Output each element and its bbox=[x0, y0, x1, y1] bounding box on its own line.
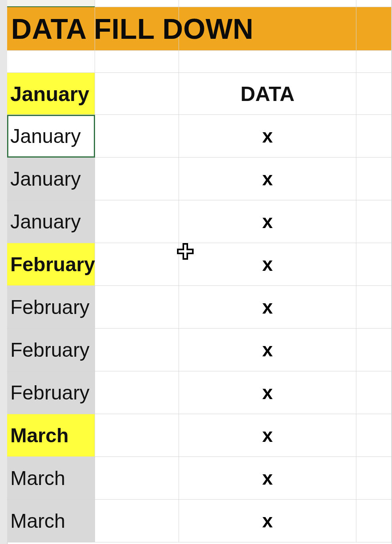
cell[interactable] bbox=[356, 371, 392, 414]
page-title[interactable]: DATA FILL DOWN bbox=[7, 7, 95, 51]
data-cell[interactable]: x bbox=[179, 457, 356, 500]
column-header-row: January DATA bbox=[7, 73, 392, 115]
table-row: Januaryx bbox=[7, 158, 392, 200]
month-cell-text: February bbox=[10, 381, 89, 404]
month-cell[interactable]: March bbox=[7, 457, 95, 500]
data-cell[interactable]: x bbox=[179, 329, 356, 371]
partial-row-top bbox=[7, 0, 392, 7]
cell[interactable] bbox=[95, 414, 179, 457]
table-row: Januaryx bbox=[7, 115, 392, 158]
month-cell[interactable]: January bbox=[7, 158, 95, 200]
row-header-gutter bbox=[0, 0, 8, 544]
data-cell[interactable]: x bbox=[179, 414, 356, 457]
data-cell-text: x bbox=[262, 125, 273, 147]
data-cell-text: x bbox=[262, 467, 273, 489]
table-row: Februaryx bbox=[7, 243, 392, 286]
column-header-data-text: DATA bbox=[240, 82, 295, 106]
cell[interactable] bbox=[95, 243, 179, 286]
table-row: Februaryx bbox=[7, 329, 392, 371]
data-cell-text: x bbox=[262, 253, 273, 275]
data-cell-text: x bbox=[262, 339, 273, 361]
month-cell[interactable]: February bbox=[7, 329, 95, 371]
table-row: Januaryx bbox=[7, 200, 392, 243]
month-cell[interactable]: January bbox=[7, 200, 95, 243]
spreadsheet-viewport: DATA FILL DOWN January DATA JanuaryxJanu… bbox=[0, 0, 392, 544]
cell[interactable] bbox=[356, 51, 392, 73]
data-cell[interactable]: x bbox=[179, 200, 356, 243]
cell[interactable] bbox=[356, 73, 392, 115]
table-row: Marchx bbox=[7, 457, 392, 500]
cell[interactable] bbox=[356, 286, 392, 329]
data-cell[interactable]: x bbox=[179, 158, 356, 200]
cell[interactable] bbox=[356, 0, 392, 7]
title-merge[interactable] bbox=[356, 7, 392, 51]
month-cell-text: February bbox=[10, 339, 89, 361]
cell[interactable] bbox=[179, 0, 356, 7]
cell[interactable] bbox=[95, 115, 179, 158]
month-cell-text: March bbox=[10, 424, 69, 447]
cell[interactable] bbox=[356, 115, 392, 158]
data-rows: JanuaryxJanuaryxJanuaryxFebruaryxFebruar… bbox=[7, 115, 392, 542]
month-cell[interactable]: February bbox=[7, 286, 95, 329]
month-cell-text: February bbox=[10, 253, 95, 276]
cell[interactable] bbox=[179, 51, 356, 73]
cell[interactable] bbox=[7, 51, 95, 73]
cell[interactable] bbox=[95, 0, 179, 7]
table-row: Marchx bbox=[7, 500, 392, 542]
month-cell[interactable]: January bbox=[7, 115, 95, 158]
month-cell[interactable]: February bbox=[7, 243, 95, 286]
month-cell[interactable]: March bbox=[7, 414, 95, 457]
data-cell[interactable]: x bbox=[179, 286, 356, 329]
data-cell-text: x bbox=[262, 211, 273, 232]
table-row: Februaryx bbox=[7, 371, 392, 414]
cell[interactable] bbox=[356, 500, 392, 542]
month-cell-text: March bbox=[10, 467, 65, 490]
month-cell-text: February bbox=[10, 296, 89, 319]
cell[interactable] bbox=[356, 158, 392, 200]
cell[interactable] bbox=[95, 371, 179, 414]
cell[interactable] bbox=[95, 329, 179, 371]
month-header-january[interactable]: January bbox=[7, 73, 95, 115]
data-cell[interactable]: x bbox=[179, 115, 356, 158]
page-title-text: DATA FILL DOWN bbox=[11, 13, 253, 45]
cell[interactable] bbox=[95, 286, 179, 329]
data-cell[interactable]: x bbox=[179, 243, 356, 286]
cell[interactable] bbox=[356, 243, 392, 286]
data-cell-text: x bbox=[262, 382, 273, 403]
cell[interactable] bbox=[356, 329, 392, 371]
data-cell-text: x bbox=[262, 424, 273, 446]
data-cell[interactable]: x bbox=[179, 371, 356, 414]
data-cell-text: x bbox=[262, 168, 273, 190]
cell[interactable] bbox=[356, 414, 392, 457]
spacer-row bbox=[7, 51, 392, 73]
column-header-data[interactable]: DATA bbox=[179, 73, 356, 115]
cell[interactable] bbox=[95, 51, 179, 73]
cell[interactable] bbox=[95, 200, 179, 243]
cell[interactable] bbox=[7, 0, 95, 7]
cell[interactable] bbox=[95, 500, 179, 542]
data-cell-text: x bbox=[262, 296, 273, 318]
month-cell-text: January bbox=[10, 167, 81, 190]
month-cell-text: March bbox=[10, 510, 65, 533]
cell[interactable] bbox=[356, 200, 392, 243]
month-cell[interactable]: March bbox=[7, 500, 95, 542]
title-row: DATA FILL DOWN bbox=[7, 7, 392, 51]
cell[interactable] bbox=[95, 158, 179, 200]
data-cell[interactable]: x bbox=[179, 500, 356, 542]
table-row: Marchx bbox=[7, 414, 392, 457]
month-cell[interactable]: February bbox=[7, 371, 95, 414]
data-cell-text: x bbox=[262, 510, 273, 532]
month-header-text: January bbox=[10, 82, 89, 106]
cell[interactable] bbox=[95, 457, 179, 500]
cell[interactable] bbox=[356, 457, 392, 500]
month-cell-text: January bbox=[10, 125, 81, 148]
table-row: Februaryx bbox=[7, 286, 392, 329]
month-cell-text: January bbox=[10, 210, 81, 233]
cell[interactable] bbox=[95, 73, 179, 115]
